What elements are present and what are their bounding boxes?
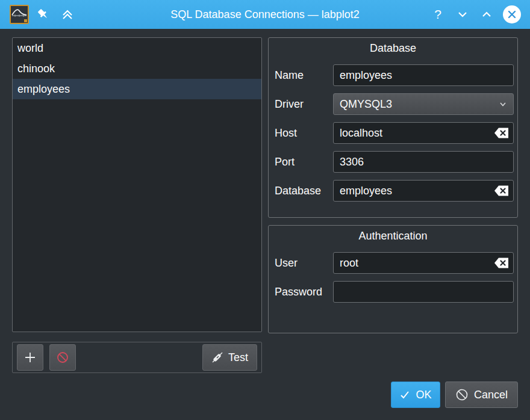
name-row: Name xyxy=(269,64,517,86)
list-item-world[interactable]: world xyxy=(13,38,261,58)
database-group: Database Name Driver QMYSQL3 xyxy=(268,37,518,218)
host-label: Host xyxy=(275,122,297,144)
authentication-group: Authentication User Password xyxy=(268,225,518,333)
authentication-group-title: Authentication xyxy=(269,226,517,244)
cancel-slash-icon xyxy=(455,388,469,401)
database-row: Database xyxy=(269,180,517,202)
database-group-title: Database xyxy=(269,38,517,56)
host-input[interactable] xyxy=(333,122,514,144)
ok-button[interactable]: OK xyxy=(391,381,440,408)
user-clear-button[interactable] xyxy=(493,256,510,270)
user-row: User xyxy=(269,252,517,274)
password-input[interactable] xyxy=(333,281,514,303)
list-item-employees[interactable]: employees xyxy=(13,79,261,99)
shade-up-icon xyxy=(60,7,75,22)
connection-list[interactable]: world chinook employees xyxy=(12,37,262,332)
close-icon xyxy=(503,5,521,23)
help-icon: ? xyxy=(434,7,441,22)
name-label: Name xyxy=(275,64,304,86)
pin-button[interactable] xyxy=(31,0,55,29)
chevron-down-icon xyxy=(499,100,507,108)
help-button[interactable]: ? xyxy=(426,0,450,29)
name-input[interactable] xyxy=(333,64,514,86)
test-button-label: Test xyxy=(228,351,248,364)
port-label: Port xyxy=(275,151,295,173)
port-row: Port xyxy=(269,151,517,173)
minimize-button[interactable] xyxy=(450,0,475,29)
connect-icon xyxy=(211,351,223,363)
clear-text-icon xyxy=(494,127,510,139)
maximize-button[interactable] xyxy=(475,0,499,29)
host-clear-button[interactable] xyxy=(493,126,510,140)
titlebar[interactable]: SQL Database Connections — labplot2 xyxy=(0,0,530,29)
clear-text-icon xyxy=(494,257,510,269)
cancel-button[interactable]: Cancel xyxy=(445,381,518,408)
pin-icon xyxy=(37,8,50,21)
cancel-button-label: Cancel xyxy=(474,389,508,401)
driver-select[interactable]: QMYSQL3 xyxy=(333,93,514,115)
maximize-icon xyxy=(479,7,494,22)
remove-connection-button[interactable] xyxy=(49,344,76,371)
user-label: User xyxy=(275,252,298,274)
labplot-plot-glyph xyxy=(11,6,28,23)
clear-text-icon xyxy=(494,185,510,197)
password-row: Password xyxy=(269,281,517,303)
add-icon xyxy=(23,350,37,365)
database-label: Database xyxy=(275,180,321,202)
shade-button[interactable] xyxy=(55,0,80,29)
ok-button-label: OK xyxy=(416,389,431,401)
close-button[interactable] xyxy=(500,0,524,29)
database-input[interactable] xyxy=(333,180,514,202)
driver-selected-value: QMYSQL3 xyxy=(340,98,392,111)
test-connection-button[interactable]: Test xyxy=(202,344,257,371)
labplot-app-icon[interactable] xyxy=(10,5,29,24)
add-connection-button[interactable] xyxy=(17,344,43,371)
user-input[interactable] xyxy=(333,252,514,274)
driver-label: Driver xyxy=(275,93,304,115)
port-input[interactable] xyxy=(333,151,514,173)
minimize-icon xyxy=(455,7,470,22)
password-label: Password xyxy=(275,281,322,303)
driver-row: Driver QMYSQL3 xyxy=(269,93,517,115)
sql-connections-dialog: SQL Database Connections — labplot2 xyxy=(0,0,530,420)
dialog-button-box: OK Cancel xyxy=(391,381,518,408)
check-icon xyxy=(399,389,410,400)
list-item-chinook[interactable]: chinook xyxy=(13,58,261,79)
list-toolbar: Test xyxy=(12,342,262,373)
database-clear-button[interactable] xyxy=(493,184,510,197)
remove-icon xyxy=(55,350,70,365)
host-row: Host xyxy=(269,122,517,144)
